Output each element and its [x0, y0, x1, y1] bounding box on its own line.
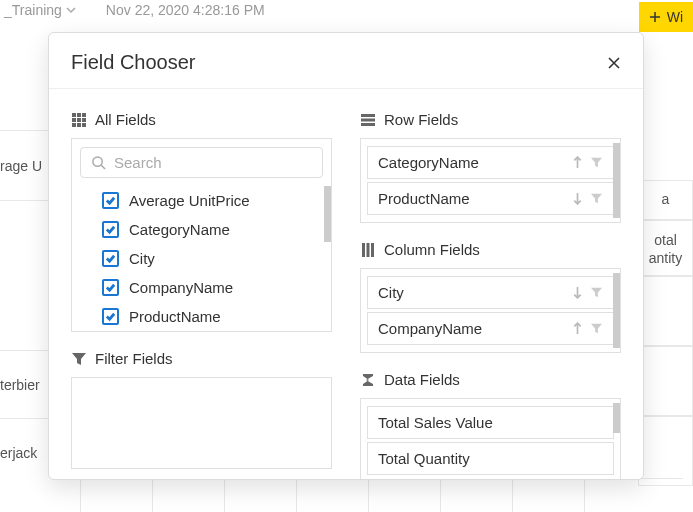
data-fields-panel[interactable]: Total Sales Value Total Quantity — [360, 398, 621, 479]
sigma-icon — [360, 372, 376, 388]
modal-body: All Fields Average UnitPrice — [49, 89, 643, 479]
field-checkbox-row[interactable]: Average UnitPrice — [72, 186, 331, 215]
modal-overlay: Field Chooser All Fields — [0, 0, 693, 512]
sort-desc-icon[interactable] — [571, 192, 584, 205]
scrollbar-thumb[interactable] — [613, 143, 620, 218]
right-column: Row Fields CategoryName ProductName — [360, 111, 621, 469]
field-label: CategoryName — [129, 221, 230, 238]
field-item-label: CompanyName — [378, 320, 571, 337]
search-input-wrap[interactable] — [80, 147, 323, 178]
data-fields-title: Data Fields — [360, 371, 621, 388]
field-item[interactable]: ProductName — [367, 182, 614, 215]
field-label: Average UnitPrice — [129, 192, 250, 209]
column-fields-panel[interactable]: City CompanyName — [360, 268, 621, 353]
all-fields-panel: Average UnitPrice CategoryName City — [71, 138, 332, 332]
section-label: Filter Fields — [95, 350, 173, 367]
scrollbar-thumb[interactable] — [613, 403, 620, 433]
rows-icon — [360, 112, 376, 128]
grid-icon — [71, 112, 87, 128]
svg-rect-3 — [72, 118, 76, 122]
close-icon — [607, 56, 621, 70]
modal-title: Field Chooser — [71, 51, 196, 74]
checkbox-checked[interactable] — [102, 192, 119, 209]
filter-icon[interactable] — [590, 322, 603, 335]
svg-rect-0 — [72, 113, 76, 117]
checkbox-checked[interactable] — [102, 221, 119, 238]
all-fields-list[interactable]: Average UnitPrice CategoryName City — [72, 186, 331, 331]
all-fields-title: All Fields — [71, 111, 332, 128]
filter-icon[interactable] — [590, 192, 603, 205]
svg-rect-13 — [362, 243, 365, 257]
search-input[interactable] — [114, 154, 312, 171]
scrollbar-thumb[interactable] — [613, 273, 620, 348]
field-chooser-modal: Field Chooser All Fields — [48, 32, 644, 480]
svg-rect-14 — [367, 243, 370, 257]
svg-rect-7 — [77, 123, 81, 127]
svg-rect-10 — [361, 114, 375, 117]
svg-rect-11 — [361, 118, 375, 121]
close-button[interactable] — [607, 56, 621, 70]
field-checkbox-row[interactable]: City — [72, 244, 331, 273]
svg-rect-2 — [82, 113, 86, 117]
funnel-icon — [71, 351, 87, 367]
svg-point-9 — [93, 157, 102, 166]
svg-rect-1 — [77, 113, 81, 117]
svg-rect-15 — [371, 243, 374, 257]
row-fields-title: Row Fields — [360, 111, 621, 128]
search-icon — [91, 155, 106, 170]
column-fields-title: Column Fields — [360, 241, 621, 258]
field-item[interactable]: CompanyName — [367, 312, 614, 345]
field-item[interactable]: Total Quantity — [367, 442, 614, 475]
field-item-label: CategoryName — [378, 154, 571, 171]
columns-icon — [360, 242, 376, 258]
left-column: All Fields Average UnitPrice — [71, 111, 332, 469]
sort-asc-icon[interactable] — [571, 156, 584, 169]
field-checkbox-row[interactable]: CategoryName — [72, 215, 331, 244]
sort-desc-icon[interactable] — [571, 286, 584, 299]
row-fields-panel[interactable]: CategoryName ProductName — [360, 138, 621, 223]
svg-rect-6 — [72, 123, 76, 127]
checkbox-checked[interactable] — [102, 250, 119, 267]
filter-fields-panel[interactable] — [71, 377, 332, 469]
field-item[interactable]: Total Sales Value — [367, 406, 614, 439]
filter-icon[interactable] — [590, 156, 603, 169]
svg-rect-4 — [77, 118, 81, 122]
checkbox-checked[interactable] — [102, 279, 119, 296]
section-label: Data Fields — [384, 371, 460, 388]
svg-rect-5 — [82, 118, 86, 122]
filter-icon[interactable] — [590, 286, 603, 299]
modal-header: Field Chooser — [49, 33, 643, 89]
section-label: Row Fields — [384, 111, 458, 128]
section-label: Column Fields — [384, 241, 480, 258]
field-label: City — [129, 250, 155, 267]
filter-fields-title: Filter Fields — [71, 350, 332, 367]
svg-rect-12 — [361, 123, 375, 126]
field-label: ProductName — [129, 308, 221, 325]
field-item[interactable]: CategoryName — [367, 146, 614, 179]
field-checkbox-row[interactable]: CompanyName — [72, 273, 331, 302]
checkbox-checked[interactable] — [102, 308, 119, 325]
field-item-label: Total Quantity — [378, 450, 603, 467]
section-label: All Fields — [95, 111, 156, 128]
svg-rect-8 — [82, 123, 86, 127]
field-label: CompanyName — [129, 279, 233, 296]
sort-asc-icon[interactable] — [571, 322, 584, 335]
field-item-label: Total Sales Value — [378, 414, 603, 431]
field-checkbox-row[interactable]: ProductName — [72, 302, 331, 331]
field-item[interactable]: City — [367, 276, 614, 309]
field-item-label: City — [378, 284, 571, 301]
field-item-label: ProductName — [378, 190, 571, 207]
scrollbar-thumb[interactable] — [324, 186, 331, 242]
